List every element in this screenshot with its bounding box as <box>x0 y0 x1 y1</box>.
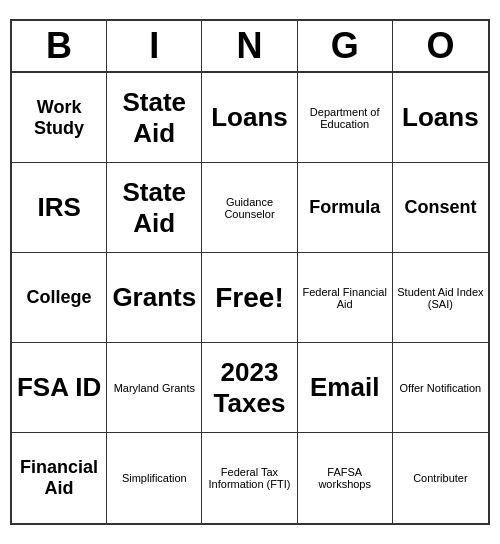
cell-text-10: College <box>27 287 92 308</box>
cell-text-22: Federal Tax Information (FTI) <box>206 466 292 490</box>
cell-text-21: Simplification <box>122 472 187 484</box>
bingo-cell-0: Work Study <box>12 73 107 163</box>
bingo-cell-14: Student Aid Index (SAI) <box>393 253 488 343</box>
bingo-cell-23: FAFSA workshops <box>298 433 393 523</box>
bingo-cell-9: Consent <box>393 163 488 253</box>
bingo-cell-11: Grants <box>107 253 202 343</box>
cell-text-8: Formula <box>309 197 380 218</box>
bingo-cell-1: State Aid <box>107 73 202 163</box>
bingo-cell-21: Simplification <box>107 433 202 523</box>
header-letter-g: G <box>298 21 393 71</box>
cell-text-17: 2023 Taxes <box>206 357 292 419</box>
bingo-card: BINGO Work StudyState AidLoansDepartment… <box>10 19 490 525</box>
cell-text-7: Guidance Counselor <box>206 196 292 220</box>
bingo-cell-2: Loans <box>202 73 297 163</box>
header-letter-o: O <box>393 21 488 71</box>
cell-text-14: Student Aid Index (SAI) <box>397 286 484 310</box>
header-letter-i: I <box>107 21 202 71</box>
bingo-cell-4: Loans <box>393 73 488 163</box>
bingo-cell-10: College <box>12 253 107 343</box>
header-letter-b: B <box>12 21 107 71</box>
cell-text-5: IRS <box>37 192 80 223</box>
bingo-header: BINGO <box>12 21 488 73</box>
bingo-cell-5: IRS <box>12 163 107 253</box>
bingo-cell-6: State Aid <box>107 163 202 253</box>
cell-text-12: Free! <box>215 282 283 314</box>
bingo-cell-24: Contributer <box>393 433 488 523</box>
cell-text-15: FSA ID <box>17 372 101 403</box>
bingo-cell-8: Formula <box>298 163 393 253</box>
cell-text-18: Email <box>310 372 379 403</box>
bingo-cell-20: Financial Aid <box>12 433 107 523</box>
cell-text-19: Offer Notification <box>400 382 482 394</box>
bingo-grid: Work StudyState AidLoansDepartment of Ed… <box>12 73 488 523</box>
bingo-cell-7: Guidance Counselor <box>202 163 297 253</box>
bingo-cell-19: Offer Notification <box>393 343 488 433</box>
cell-text-1: State Aid <box>111 87 197 149</box>
bingo-cell-15: FSA ID <box>12 343 107 433</box>
cell-text-4: Loans <box>402 102 479 133</box>
cell-text-20: Financial Aid <box>16 457 102 499</box>
cell-text-9: Consent <box>404 197 476 218</box>
bingo-cell-18: Email <box>298 343 393 433</box>
bingo-cell-22: Federal Tax Information (FTI) <box>202 433 297 523</box>
cell-text-6: State Aid <box>111 177 197 239</box>
cell-text-3: Department of Education <box>302 106 388 130</box>
cell-text-13: Federal Financial Aid <box>302 286 388 310</box>
bingo-cell-3: Department of Education <box>298 73 393 163</box>
cell-text-2: Loans <box>211 102 288 133</box>
cell-text-11: Grants <box>112 282 196 313</box>
bingo-cell-12: Free! <box>202 253 297 343</box>
bingo-cell-17: 2023 Taxes <box>202 343 297 433</box>
cell-text-16: Maryland Grants <box>114 382 195 394</box>
cell-text-23: FAFSA workshops <box>302 466 388 490</box>
bingo-cell-13: Federal Financial Aid <box>298 253 393 343</box>
cell-text-0: Work Study <box>16 97 102 139</box>
cell-text-24: Contributer <box>413 472 467 484</box>
bingo-cell-16: Maryland Grants <box>107 343 202 433</box>
header-letter-n: N <box>202 21 297 71</box>
